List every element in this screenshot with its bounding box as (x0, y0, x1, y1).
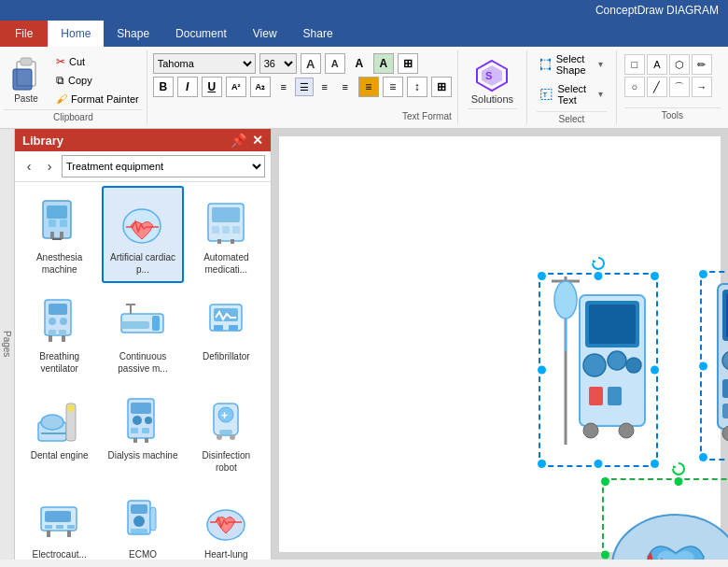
library-item-ventilator[interactable]: Breathing ventilator (19, 285, 100, 382)
tools-group: □ A ⬡ ✏ ○ ╱ ⌒ → Tools (617, 50, 728, 124)
handle-tl[interactable] (538, 272, 546, 280)
tab-document[interactable]: Document (162, 21, 240, 47)
handle-bl[interactable] (538, 460, 546, 468)
shape-dialysis[interactable] (542, 276, 654, 463)
paste-button[interactable]: Paste (4, 52, 49, 107)
svg-point-91 (583, 423, 598, 438)
library-item-cardiac[interactable]: Artificial cardiac p... (102, 186, 183, 283)
canvas-area[interactable] (272, 129, 728, 560)
tab-shape[interactable]: Shape (104, 21, 162, 47)
svg-rect-58 (145, 438, 148, 443)
text-tool[interactable]: A (647, 54, 667, 75)
bold-button[interactable]: B (153, 77, 174, 97)
rectangle-tool[interactable]: □ (624, 54, 645, 75)
callout-tool[interactable]: ⬡ (669, 54, 690, 75)
vertical-align-mid-button[interactable]: ≡ (383, 77, 403, 97)
tab-view[interactable]: View (240, 21, 290, 47)
underline-button[interactable]: U (202, 77, 222, 97)
subscript-button[interactable]: A₂ (250, 77, 271, 97)
grow-font-button[interactable]: A (301, 53, 321, 74)
tab-home[interactable]: Home (48, 21, 104, 47)
align-center-button[interactable]: ☰ (295, 78, 314, 96)
font-size-select[interactable]: 36 (259, 53, 297, 74)
clear-format-button[interactable]: ⊞ (398, 53, 418, 74)
shape-heartlung[interactable] (606, 482, 728, 560)
svg-rect-28 (231, 239, 234, 244)
handle2-bl[interactable] (699, 453, 707, 461)
svg-point-54 (145, 417, 152, 424)
solutions-button[interactable]: S Solutions (468, 54, 517, 108)
connector-tool[interactable]: → (692, 77, 712, 97)
text-orient-button[interactable]: ↕ (407, 77, 427, 97)
italic-button[interactable]: I (177, 77, 198, 97)
library-nav: ‹ › Treatment equipment (15, 151, 271, 182)
library-item-ecmo[interactable]: ECMO (102, 483, 183, 560)
shape-ventilator[interactable] (704, 275, 728, 457)
align-right-button[interactable]: ≡ (315, 78, 334, 96)
paste-icon (9, 56, 43, 93)
svg-rect-23 (212, 207, 240, 222)
library-item-electrocaut[interactable]: Electrocaut... machine (19, 483, 100, 560)
handle-mr[interactable] (651, 366, 659, 375)
vertical-align-top-button[interactable]: ≡ (358, 77, 379, 97)
main-layout: Pages Library 📌 ✕ ‹ › Treatment equipmen… (0, 129, 728, 560)
line-tool[interactable]: ╱ (647, 77, 667, 97)
ecmo-label: ECMO (129, 548, 157, 560)
copy-button[interactable]: ⧉ Copy (52, 72, 143, 89)
library-item-dental[interactable]: Dental engine (19, 384, 100, 481)
select-shape-label: Select Shape (556, 53, 593, 76)
tab-file[interactable]: File (0, 21, 48, 47)
svg-marker-78 (593, 260, 596, 263)
select-text-button[interactable]: T Select Text ▾ (537, 81, 607, 107)
font-color-button[interactable]: A (349, 53, 370, 74)
tab-share[interactable]: Share (290, 21, 346, 47)
handle-tr[interactable] (651, 272, 659, 280)
svg-rect-52 (131, 403, 151, 414)
align-justify-button[interactable]: ≡ (336, 78, 355, 96)
app-title: ConceptDraw DIAGRAM (595, 4, 719, 17)
library-item-anesthesia[interactable]: Anesthesia machine (19, 186, 100, 283)
automated-label: Automated medicati... (191, 251, 261, 276)
library-item-dialysis[interactable]: Dialysis machine (102, 384, 183, 481)
font-family-select[interactable]: Tahoma (153, 53, 256, 74)
library-item-heartlung[interactable]: Heart-lung machine (186, 483, 267, 560)
handle3-tm[interactable] (674, 477, 682, 486)
library-title: Library (22, 134, 63, 148)
library-close-icon[interactable]: ✕ (252, 133, 263, 148)
select-group-label: Select (537, 111, 607, 124)
svg-point-10 (540, 67, 542, 70)
superscript-button[interactable]: A² (226, 77, 246, 97)
cut-button[interactable]: ✂ Cut (52, 53, 143, 70)
align-left-button[interactable]: ≡ (274, 78, 293, 96)
handle3-tl[interactable] (601, 477, 609, 486)
svg-rect-39 (152, 316, 160, 331)
text-format-label: Text Format (153, 111, 452, 121)
curve-tool[interactable]: ⌒ (669, 77, 690, 97)
library-item-defibrillator[interactable]: Defibrillator (186, 285, 267, 382)
handle2-ml[interactable] (699, 361, 707, 370)
format-painter-button[interactable]: 🖌 Format Painter (52, 91, 143, 107)
expand-text-button[interactable]: ⊞ (431, 77, 452, 97)
library-item-automated[interactable]: Automated medicati... (186, 186, 267, 283)
nav-back-button[interactable]: ‹ (21, 158, 37, 175)
shrink-font-button[interactable]: A (325, 53, 345, 74)
ellipse-tool[interactable]: ○ (624, 77, 645, 97)
highlight-button[interactable]: A (373, 53, 394, 74)
handle-br[interactable] (651, 460, 659, 468)
library-pin-icon[interactable]: 📌 (231, 133, 246, 148)
canvas-surface[interactable] (279, 136, 721, 552)
select-shape-icon (540, 56, 551, 73)
library-item-continuous[interactable]: Continuous passive m... (102, 285, 183, 382)
handle-bm[interactable] (595, 460, 603, 468)
svg-point-87 (608, 351, 626, 370)
nav-forward-button[interactable]: › (41, 158, 58, 175)
select-shape-button[interactable]: Select Shape ▾ (537, 51, 607, 78)
library-item-disinfection[interactable]: + Disinfection robot (186, 384, 267, 481)
handle-tm[interactable] (595, 272, 603, 280)
handle2-tl[interactable] (699, 270, 707, 278)
svg-rect-7 (541, 60, 551, 69)
category-dropdown[interactable]: Treatment equipment (62, 155, 265, 177)
handle3-ml[interactable] (601, 550, 609, 559)
handle-ml[interactable] (538, 366, 546, 375)
pencil-tool[interactable]: ✏ (692, 54, 712, 75)
